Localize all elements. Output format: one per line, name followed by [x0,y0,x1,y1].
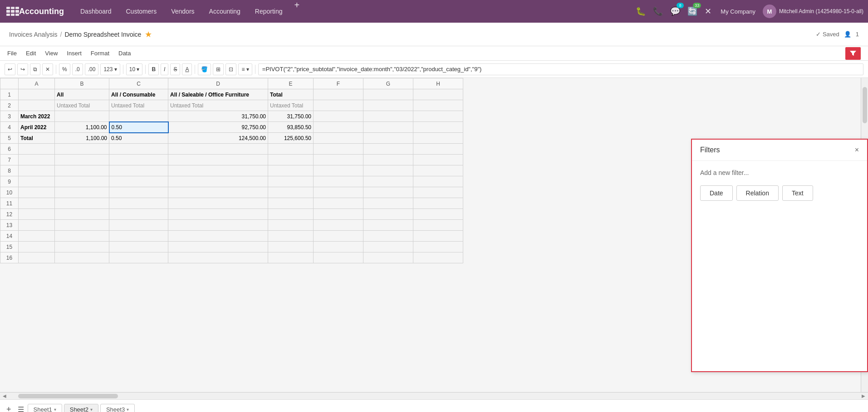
cell[interactable] [55,187,109,198]
cell[interactable] [363,122,413,133]
breadcrumb-link[interactable]: Invoices Analysis [9,31,58,38]
cell[interactable] [55,155,109,165]
cell[interactable]: 92,750.00 [168,122,268,133]
cell[interactable] [314,133,363,144]
cell[interactable] [268,155,314,165]
sheet-tab-1[interactable]: Sheet1 ▾ [28,404,62,412]
merge-btn[interactable]: ⊡ [226,63,236,75]
borders-btn[interactable]: ⊞ [213,63,224,75]
cell[interactable] [109,187,168,198]
phone-icon[interactable]: 📞 [651,5,665,18]
cell[interactable] [314,144,363,155]
cell[interactable] [168,187,268,198]
cell[interactable] [413,144,463,155]
cell[interactable]: Untaxed Total [55,100,109,111]
sheet1-chevron[interactable]: ▾ [54,407,56,412]
cell[interactable] [413,176,463,187]
cell[interactable] [363,231,413,242]
cell[interactable] [268,165,314,176]
cell[interactable] [314,231,363,242]
sheet2-chevron[interactable]: ▾ [90,407,93,412]
cell[interactable] [168,155,268,165]
cell[interactable] [314,198,363,209]
cell[interactable] [19,220,55,231]
nav-vendors[interactable]: Vendors [164,0,201,23]
formula-bar[interactable] [258,63,863,75]
cell[interactable] [55,198,109,209]
cell[interactable] [19,100,55,111]
cell[interactable] [168,198,268,209]
fill-color-btn[interactable]: 🪣 [198,63,211,75]
apps-icon[interactable] [5,5,17,18]
cell[interactable]: Untaxed Total [168,100,268,111]
cell[interactable] [268,252,314,263]
cell[interactable] [363,187,413,198]
menu-format[interactable]: Format [91,50,109,57]
undo-button[interactable]: ↩ [5,63,15,75]
col-header-h[interactable]: H [413,78,463,89]
cell[interactable] [363,165,413,176]
cell[interactable] [314,187,363,198]
cell[interactable]: Untaxed Total [268,100,314,111]
cell[interactable] [268,209,314,220]
cell[interactable] [363,89,413,100]
clear-button[interactable]: ✕ [42,63,53,75]
bug-icon[interactable]: 🐛 [634,5,647,18]
cell[interactable] [314,220,363,231]
cell[interactable] [413,198,463,209]
cell[interactable] [109,231,168,242]
font-size-btn[interactable]: 10 ▾ [126,63,143,75]
nav-dashboard[interactable]: Dashboard [73,0,119,23]
cell[interactable] [19,187,55,198]
scroll-right-arrow[interactable]: ▶ [859,393,868,400]
cell[interactable] [413,122,463,133]
cell[interactable]: 1,100.00 [55,133,109,144]
strikethrough-button[interactable]: S [170,63,180,75]
cell[interactable]: 125,600.50 [268,133,314,144]
cell[interactable]: All / Consumable [109,89,168,100]
cell[interactable]: 0.50 [109,122,168,133]
cell[interactable] [413,242,463,252]
cell[interactable] [55,176,109,187]
cell[interactable] [19,198,55,209]
dot00-btn[interactable]: .00 [85,63,99,75]
close-icon[interactable]: ✕ [703,5,713,18]
redo-button[interactable]: ↪ [17,63,28,75]
sheet-list-btn[interactable]: ☰ [16,405,26,412]
cell[interactable] [268,220,314,231]
cell[interactable]: All [55,89,109,100]
cell[interactable] [413,165,463,176]
cell[interactable] [19,144,55,155]
filter-button[interactable] [845,47,861,60]
cell[interactable] [363,209,413,220]
v-scroll-thumb[interactable] [863,87,867,123]
cell[interactable]: 31,750.00 [168,111,268,122]
italic-button[interactable]: I [161,63,168,75]
cell[interactable] [168,252,268,263]
cell[interactable] [19,242,55,252]
cell[interactable] [19,209,55,220]
cell[interactable]: 0.50 [109,133,168,144]
h-scroll-thumb[interactable] [18,394,118,398]
cell[interactable]: All / Saleable / Office Furniture [168,89,268,100]
cell[interactable] [363,242,413,252]
col-header-f[interactable]: F [314,78,363,89]
cell[interactable] [314,252,363,263]
cell[interactable] [19,176,55,187]
company-name[interactable]: My Company [717,8,759,15]
cell[interactable] [109,155,168,165]
cell[interactable] [268,231,314,242]
sheet-tab-2[interactable]: Sheet2 ▾ [64,404,98,412]
cell[interactable] [314,111,363,122]
col-header-c[interactable]: C [109,78,168,89]
cell[interactable] [413,209,463,220]
col-header-b[interactable]: B [55,78,109,89]
cell[interactable] [268,176,314,187]
cell[interactable] [413,231,463,242]
horizontal-scrollbar[interactable]: ◀ ▶ [0,392,868,399]
cell[interactable] [268,242,314,252]
cell[interactable] [109,209,168,220]
cell[interactable]: Total [19,133,55,144]
cell[interactable] [55,252,109,263]
cell[interactable] [314,209,363,220]
